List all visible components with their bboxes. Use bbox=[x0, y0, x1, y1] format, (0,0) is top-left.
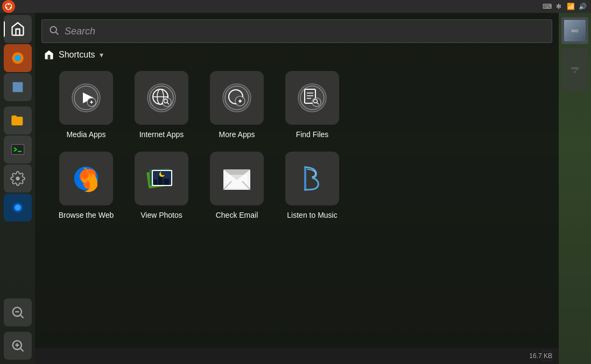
more-apps-icon[interactable]: More Apps bbox=[207, 71, 266, 139]
search-svg bbox=[48, 25, 59, 35]
right-panel: IMG reepz bbox=[559, 13, 591, 364]
svg-rect-58 bbox=[158, 177, 163, 185]
more-apps-box bbox=[210, 71, 264, 125]
check-email-label: Check Email bbox=[216, 211, 258, 219]
listen-music-label: Listen to Music bbox=[287, 211, 337, 219]
check-email-icon[interactable]: Check Email bbox=[207, 152, 266, 219]
banshee-svg bbox=[293, 160, 331, 197]
more-apps-label: More Apps bbox=[219, 130, 255, 139]
terminal-icon bbox=[10, 142, 25, 157]
svg-rect-62 bbox=[226, 175, 248, 188]
app3-icon bbox=[10, 80, 25, 95]
view-photos-icon[interactable]: View Photos bbox=[132, 152, 191, 219]
view-photos-label: View Photos bbox=[140, 211, 182, 219]
search-bar-container bbox=[41, 19, 552, 43]
svg-line-12 bbox=[20, 315, 23, 318]
svg-point-56 bbox=[161, 171, 165, 175]
launcher-sidebar bbox=[0, 13, 35, 364]
bluetooth-icon[interactable]: ✻ bbox=[554, 2, 563, 11]
email-svg bbox=[218, 160, 256, 197]
launcher-search[interactable] bbox=[4, 298, 32, 326]
top-panel-left bbox=[0, 0, 17, 13]
browse-web-label: Browse the Web bbox=[59, 211, 114, 219]
svg-point-2 bbox=[10, 7, 11, 9]
launcher-home[interactable] bbox=[4, 15, 32, 43]
browse-web-icon[interactable]: Browse the Web bbox=[57, 152, 116, 219]
files-icon bbox=[10, 113, 25, 128]
search-input[interactable] bbox=[65, 26, 545, 37]
home-launcher-icon bbox=[10, 22, 25, 37]
more-apps-svg bbox=[220, 81, 254, 115]
launcher-terminal[interactable] bbox=[4, 135, 32, 163]
breadcrumb-dropdown[interactable]: ▾ bbox=[100, 51, 103, 59]
ubuntu-icon bbox=[5, 3, 12, 10]
svg-point-40 bbox=[298, 84, 326, 112]
find-files-icon[interactable]: Find Files bbox=[283, 71, 342, 139]
internet-apps-icon[interactable]: Internet Apps bbox=[132, 71, 191, 139]
svg-point-18 bbox=[50, 26, 57, 33]
svg-point-5 bbox=[15, 55, 21, 61]
launcher-zoom[interactable] bbox=[4, 332, 32, 360]
settings-icon bbox=[10, 171, 25, 186]
zoom-icon bbox=[10, 338, 25, 353]
window-thumb-1[interactable]: IMG bbox=[561, 17, 588, 44]
photos-svg bbox=[142, 159, 181, 198]
dash-overlay: Shortcuts ▾ Media Apps bbox=[35, 13, 559, 364]
launcher-firefox[interactable] bbox=[4, 44, 32, 72]
apps-row: Browse the Web bbox=[46, 152, 548, 219]
find-files-svg bbox=[295, 81, 329, 115]
thumb-content-1: IMG bbox=[564, 20, 586, 41]
window-thumb-2[interactable]: reepz bbox=[561, 48, 588, 91]
volume-icon[interactable]: 🔊 bbox=[578, 2, 587, 11]
firefox-logo-svg bbox=[67, 160, 105, 197]
bottom-bar: 16.7 KB bbox=[35, 348, 559, 364]
internet-apps-svg bbox=[144, 81, 179, 115]
media-apps-svg bbox=[69, 81, 103, 115]
svg-rect-6 bbox=[11, 145, 24, 155]
keyboard-indicator[interactable]: ⌨ bbox=[543, 2, 551, 11]
breadcrumb-label: Shortcuts bbox=[59, 50, 95, 60]
view-photos-box bbox=[135, 152, 188, 205]
svg-rect-59 bbox=[164, 179, 169, 185]
svg-line-15 bbox=[20, 348, 23, 352]
check-email-box bbox=[210, 152, 264, 205]
find-files-label: Find Files bbox=[296, 130, 329, 139]
media-apps-icon[interactable]: Media Apps bbox=[57, 71, 116, 139]
internet-apps-label: Internet Apps bbox=[139, 130, 184, 139]
svg-line-19 bbox=[56, 32, 58, 34]
find-files-box bbox=[285, 71, 339, 125]
svg-point-8 bbox=[16, 177, 19, 181]
svg-point-1 bbox=[8, 3, 10, 5]
ubuntu-logo[interactable] bbox=[2, 0, 15, 13]
search-icon bbox=[48, 25, 59, 38]
listen-music-icon[interactable]: Listen to Music bbox=[283, 152, 342, 219]
top-panel-right: ⌨ ✻ 📶 🔊 bbox=[543, 2, 591, 11]
internet-apps-box bbox=[135, 71, 188, 125]
category-row: Media Apps bbox=[46, 71, 548, 139]
search-launcher-icon bbox=[10, 305, 25, 320]
thumb-content-2: reepz bbox=[571, 66, 579, 74]
top-panel: ⌨ ✻ 📶 🔊 bbox=[0, 0, 591, 13]
svg-point-10 bbox=[15, 204, 21, 211]
svg-point-3 bbox=[6, 7, 8, 9]
launcher-thunderbird[interactable] bbox=[4, 194, 32, 222]
wifi-icon[interactable]: 📶 bbox=[566, 2, 575, 11]
browse-web-box bbox=[59, 152, 113, 205]
svg-rect-57 bbox=[154, 180, 157, 185]
media-apps-label: Media Apps bbox=[66, 130, 105, 139]
file-size-label: 16.7 KB bbox=[529, 352, 552, 360]
media-apps-box bbox=[59, 71, 113, 125]
listen-music-box bbox=[285, 152, 339, 205]
home-breadcrumb-icon[interactable] bbox=[44, 49, 54, 60]
launcher-files[interactable] bbox=[4, 106, 32, 134]
thunderbird-icon bbox=[10, 200, 25, 215]
firefox-icon bbox=[10, 51, 25, 66]
breadcrumb: Shortcuts ▾ bbox=[35, 47, 559, 62]
svg-point-26 bbox=[147, 84, 175, 112]
launcher-app3[interactable] bbox=[4, 73, 32, 101]
launcher-settings[interactable] bbox=[4, 165, 32, 192]
icons-section: Media Apps bbox=[35, 62, 559, 348]
